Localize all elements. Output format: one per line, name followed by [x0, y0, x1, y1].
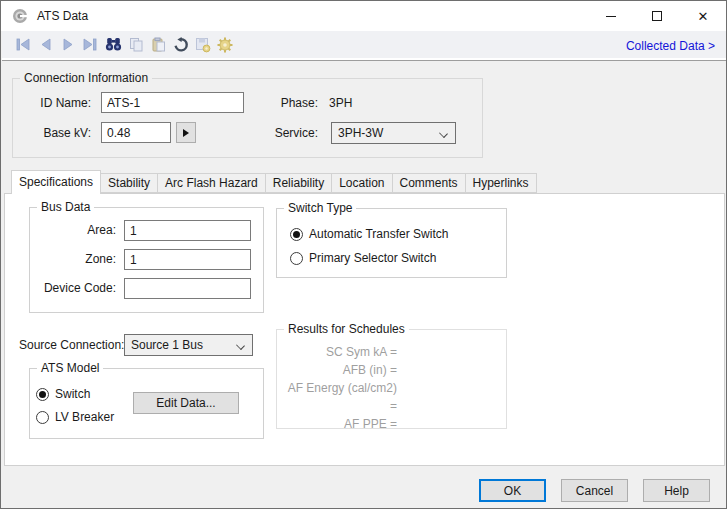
- results-legend: Results for Schedules: [284, 322, 409, 336]
- af-energy-label: AF Energy (cal/cm2) =: [284, 379, 397, 415]
- cancel-button[interactable]: Cancel: [561, 479, 628, 502]
- undo-icon: [173, 37, 189, 53]
- find-binoculars-icon: [105, 37, 122, 52]
- radio-label: Primary Selector Switch: [309, 251, 436, 265]
- bus-data-legend: Bus Data: [37, 200, 94, 214]
- base-kv-input[interactable]: [101, 122, 171, 143]
- minimize-button[interactable]: [588, 1, 634, 31]
- zone-input[interactable]: [124, 249, 251, 270]
- source-connection-label: Source Connection:: [19, 335, 118, 356]
- tab-reliability[interactable]: Reliability: [265, 173, 332, 193]
- chevron-down-icon: [236, 341, 245, 350]
- results-rows: SC Sym kA = AFB (in) = AF Energy (cal/cm…: [284, 343, 397, 427]
- previous-record-button[interactable]: [35, 34, 56, 55]
- chevron-down-icon: [439, 129, 448, 138]
- edit-data-button[interactable]: Edit Data...: [133, 392, 239, 414]
- settings-button[interactable]: [214, 34, 235, 55]
- tab-specifications[interactable]: Specifications: [11, 170, 101, 194]
- service-label: Service:: [248, 123, 318, 143]
- tab-hyperlinks[interactable]: Hyperlinks: [465, 173, 537, 193]
- window-title: ATS Data: [37, 1, 88, 31]
- radio-label: LV Breaker: [55, 410, 114, 424]
- app-icon: [12, 8, 28, 24]
- collected-data-link[interactable]: Collected Data >: [626, 39, 715, 53]
- find-button[interactable]: [103, 34, 124, 55]
- undo-button[interactable]: [170, 34, 191, 55]
- base-kv-label: Base kV:: [21, 123, 91, 143]
- connection-information-group: Connection Information: [12, 78, 483, 158]
- sc-sym-ka-label: SC Sym kA =: [284, 343, 397, 361]
- ats-data-dialog: ATS Data ✕: [0, 0, 727, 509]
- save-settings-icon: [195, 37, 211, 53]
- first-record-icon: [16, 38, 31, 51]
- radio-icon: [290, 228, 303, 241]
- maximize-button[interactable]: [634, 1, 680, 31]
- maximize-icon: [652, 11, 662, 21]
- close-button[interactable]: ✕: [680, 1, 726, 31]
- id-name-input[interactable]: [101, 92, 244, 113]
- source-connection-dropdown[interactable]: Source 1 Bus: [124, 334, 253, 356]
- minimize-icon: [606, 16, 616, 17]
- ok-button[interactable]: OK: [479, 479, 546, 502]
- afb-in-label: AFB (in) =: [284, 361, 397, 379]
- id-name-label: ID Name:: [21, 93, 91, 113]
- zone-label: Zone:: [31, 249, 116, 270]
- last-record-icon: [82, 38, 97, 51]
- radio-switch[interactable]: Switch: [36, 387, 90, 401]
- toolbar: Collected Data >: [2, 31, 727, 61]
- radio-icon: [290, 252, 303, 265]
- next-record-button[interactable]: [57, 34, 78, 55]
- radio-primary-selector-switch[interactable]: Primary Selector Switch: [290, 251, 436, 265]
- help-button[interactable]: Help: [643, 479, 710, 502]
- paste-icon: [151, 37, 166, 52]
- gear-icon: [217, 37, 233, 53]
- device-code-label: Device Code:: [31, 278, 116, 299]
- title-bar: ATS Data ✕: [1, 1, 726, 31]
- base-kv-expand-button[interactable]: [176, 122, 196, 143]
- tab-comments[interactable]: Comments: [392, 173, 466, 193]
- right-arrow-icon: [183, 129, 189, 137]
- copy-icon: [129, 37, 144, 52]
- service-dropdown[interactable]: 3PH-3W: [331, 122, 456, 144]
- tab-stability[interactable]: Stability: [100, 173, 158, 193]
- last-record-button[interactable]: [79, 34, 100, 55]
- first-record-button[interactable]: [13, 34, 34, 55]
- connection-information-legend: Connection Information: [20, 71, 152, 85]
- radio-label: Automatic Transfer Switch: [309, 227, 448, 241]
- ats-model-legend: ATS Model: [37, 361, 103, 375]
- copy-button[interactable]: [126, 34, 147, 55]
- source-connection-value: Source 1 Bus: [131, 338, 203, 352]
- device-code-input[interactable]: [124, 278, 251, 299]
- phase-value: 3PH: [329, 93, 352, 113]
- next-record-icon: [62, 38, 74, 51]
- radio-label: Switch: [55, 387, 90, 401]
- switch-type-group: Switch Type: [276, 208, 507, 278]
- close-icon: ✕: [698, 10, 709, 23]
- af-ppe-label: AF PPE =: [284, 415, 397, 433]
- tab-strip: Specifications Stability Arc Flash Hazar…: [11, 170, 537, 194]
- paste-button[interactable]: [148, 34, 169, 55]
- radio-icon: [36, 388, 49, 401]
- area-label: Area:: [31, 220, 116, 241]
- tab-location[interactable]: Location: [331, 173, 392, 193]
- tab-arc-flash-hazard[interactable]: Arc Flash Hazard: [157, 173, 266, 193]
- service-value: 3PH-3W: [338, 126, 383, 140]
- radio-automatic-transfer-switch[interactable]: Automatic Transfer Switch: [290, 227, 448, 241]
- area-input[interactable]: [124, 220, 251, 241]
- switch-type-legend: Switch Type: [284, 201, 356, 215]
- radio-lv-breaker[interactable]: LV Breaker: [36, 410, 114, 424]
- previous-record-icon: [40, 38, 52, 51]
- save-settings-button[interactable]: [192, 34, 213, 55]
- phase-label: Phase:: [248, 93, 318, 113]
- radio-icon: [36, 411, 49, 424]
